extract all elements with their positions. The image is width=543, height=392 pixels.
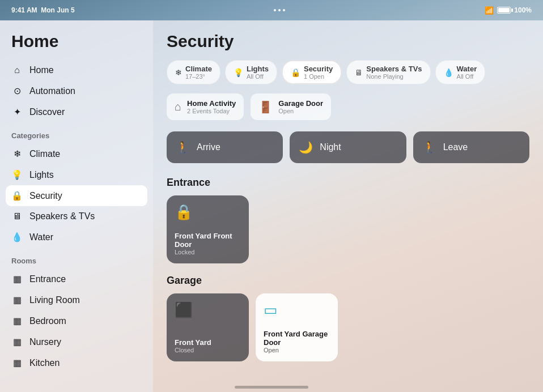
- scene-leave[interactable]: 🚶 Leave: [413, 131, 529, 163]
- garage-door-subtitle: Open: [278, 108, 323, 114]
- front-yard-icon: ⬛: [175, 301, 241, 319]
- tab-speakers-title: Speakers & TVs: [366, 65, 422, 73]
- scene-row: 🚶 Arrive 🌙 Night 🚶 Leave: [167, 131, 529, 163]
- battery-icon: [497, 7, 511, 14]
- category-tabs: ❄ Climate 17–23° 💡 Lights All Off 🔒: [167, 60, 529, 84]
- leave-icon: 🚶: [422, 140, 436, 154]
- garage-door-device-text: Front Yard Garage Door Open: [264, 330, 330, 353]
- tab-climate[interactable]: ❄ Climate 17–23°: [167, 60, 220, 84]
- sidebar-item-home[interactable]: ⌂ Home: [0, 60, 153, 80]
- tab-speakers-icon: 🖥: [355, 68, 363, 77]
- sidebar-nursery-label: Nursery: [29, 337, 61, 347]
- info-card-home-activity[interactable]: ⌂ Home Activity 2 Events Today: [167, 93, 244, 120]
- home-activity-text: Home Activity 2 Events Today: [187, 99, 236, 114]
- front-yard-status: Closed: [175, 347, 241, 353]
- device-front-yard-front-door[interactable]: 🔒 Front Yard Front Door Locked: [167, 195, 249, 263]
- tab-climate-title: Climate: [185, 65, 212, 73]
- sidebar-security-label: Security: [29, 191, 62, 201]
- home-indicator: [235, 386, 308, 389]
- home-activity-title: Home Activity: [187, 99, 236, 108]
- battery-fill: [498, 8, 510, 12]
- tab-security-subtitle: 1 Open: [304, 73, 333, 80]
- categories-section-title: Categories: [0, 122, 153, 143]
- home-icon: ⌂: [11, 65, 23, 75]
- battery-level: 100%: [514, 6, 532, 14]
- tab-security[interactable]: 🔒 Security 1 Open: [282, 60, 342, 84]
- device-front-yard[interactable]: ⬛ Front Yard Closed: [167, 293, 249, 361]
- climate-icon: ❄: [11, 148, 23, 159]
- main-content: Home ⌂ Home ⊙ Automation ✦ Discover Cate…: [0, 20, 543, 392]
- sidebar-item-kitchen[interactable]: ▦ Kitchen: [0, 352, 153, 373]
- sidebar-item-water[interactable]: 💧 Water: [0, 227, 153, 248]
- sidebar-item-entrance[interactable]: ▦ Entrance: [0, 269, 153, 289]
- status-time: 9:41 AM Mon Jun 5: [11, 6, 75, 14]
- sidebar-item-security-active[interactable]: 🔒 Security: [6, 185, 147, 206]
- tab-water-icon: 💧: [444, 68, 453, 77]
- sidebar-item-discover[interactable]: ✦ Discover: [0, 101, 153, 122]
- security-icon: 🔒: [11, 190, 23, 201]
- garage-door-title: Garage Door: [278, 99, 323, 108]
- sidebar-item-bedroom[interactable]: ▦ Bedroom: [0, 310, 153, 331]
- sidebar-home-label: Home: [29, 65, 54, 75]
- discover-icon: ✦: [11, 106, 23, 117]
- sidebar-discover-label: Discover: [29, 107, 65, 117]
- garage-door-device-icon: ▭: [264, 301, 330, 319]
- tab-security-title: Security: [304, 65, 333, 73]
- tab-lights-icon: 💡: [234, 68, 243, 77]
- tab-speakers[interactable]: 🖥 Speakers & TVs None Playing: [346, 60, 430, 84]
- scene-arrive[interactable]: 🚶 Arrive: [167, 131, 283, 163]
- sidebar-item-nursery[interactable]: ▦ Nursery: [0, 331, 153, 352]
- status-dots: [274, 9, 285, 11]
- sidebar-bedroom-label: Bedroom: [29, 316, 66, 326]
- arrive-label: Arrive: [197, 142, 220, 152]
- front-door-text: Front Yard Front Door Locked: [175, 232, 241, 255]
- tab-water-subtitle: All Off: [457, 73, 477, 80]
- sidebar: Home ⌂ Home ⊙ Automation ✦ Discover Cate…: [0, 20, 153, 392]
- sidebar-app-title: Home: [0, 32, 153, 60]
- sidebar-item-climate[interactable]: ❄ Climate: [0, 143, 153, 164]
- info-row: ⌂ Home Activity 2 Events Today 🚪 Garage …: [167, 93, 529, 120]
- tab-lights-text: Lights All Off: [247, 65, 269, 80]
- wifi-icon: 📶: [485, 6, 494, 15]
- sidebar-item-security-inner: 🔒 Security: [11, 190, 142, 201]
- device-front-yard-garage-door[interactable]: ▭ Front Yard Garage Door Open: [256, 293, 338, 361]
- night-icon: 🌙: [299, 140, 313, 154]
- home-activity-icon: ⌂: [175, 100, 181, 113]
- automation-icon: ⊙: [11, 86, 23, 96]
- sidebar-item-automation[interactable]: ⊙ Automation: [0, 80, 153, 101]
- garage-door-device-status: Open: [264, 347, 330, 353]
- ipad-frame: 9:41 AM Mon Jun 5 📶 100% Home ⌂ Home: [0, 0, 543, 392]
- tab-lights-title: Lights: [247, 65, 269, 73]
- garage-door-icon: 🚪: [258, 100, 273, 114]
- arrive-icon: 🚶: [176, 140, 190, 154]
- sidebar-item-living-room[interactable]: ▦ Living Room: [0, 289, 153, 310]
- tab-security-icon: 🔒: [291, 68, 300, 77]
- front-door-name: Front Yard Front Door: [175, 232, 241, 249]
- front-door-status: Locked: [175, 249, 241, 255]
- bedroom-icon: ▦: [11, 316, 23, 326]
- sidebar-entrance-label: Entrance: [29, 274, 66, 284]
- info-card-garage-door[interactable]: 🚪 Garage Door Open: [251, 93, 331, 120]
- tab-lights-subtitle: All Off: [247, 73, 269, 80]
- garage-device-grid: ⬛ Front Yard Closed ▭ Front Yard Garage …: [167, 293, 529, 361]
- sidebar-speakers-label: Speakers & TVs: [29, 211, 95, 221]
- garage-door-device-name: Front Yard Garage Door: [264, 330, 330, 347]
- garage-door-text: Garage Door Open: [278, 99, 323, 114]
- tab-climate-subtitle: 17–23°: [185, 73, 212, 80]
- front-yard-name: Front Yard: [175, 338, 241, 347]
- tab-speakers-subtitle: None Playing: [366, 73, 422, 80]
- tab-water[interactable]: 💧 Water All Off: [435, 60, 486, 84]
- rooms-section-title: Rooms: [0, 248, 153, 269]
- tab-lights[interactable]: 💡 Lights All Off: [225, 60, 277, 84]
- tab-climate-icon: ❄: [175, 68, 182, 77]
- night-label: Night: [320, 142, 341, 152]
- page-title: Security: [167, 32, 529, 51]
- home-activity-subtitle: 2 Events Today: [187, 108, 236, 114]
- sidebar-item-speakers[interactable]: 🖥 Speakers & TVs: [0, 206, 153, 227]
- sidebar-item-lights[interactable]: 💡 Lights: [0, 164, 153, 185]
- status-bar: 9:41 AM Mon Jun 5 📶 100%: [0, 0, 543, 20]
- scene-night[interactable]: 🌙 Night: [290, 131, 406, 163]
- tab-water-text: Water All Off: [457, 65, 477, 80]
- status-right: 📶 100%: [485, 6, 532, 15]
- lights-icon: 💡: [11, 169, 23, 180]
